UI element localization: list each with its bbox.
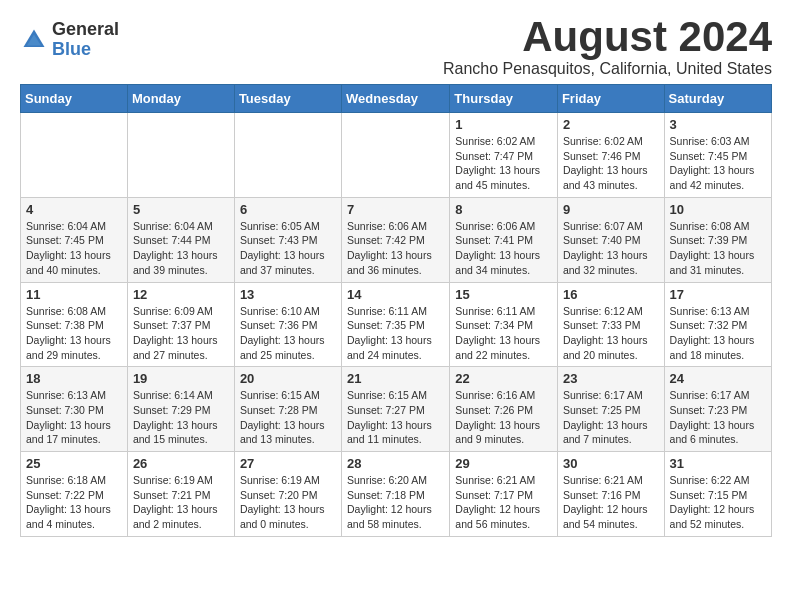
calendar-week-row: 25Sunrise: 6:18 AM Sunset: 7:22 PM Dayli…	[21, 452, 772, 537]
calendar-day-cell: 8Sunrise: 6:06 AM Sunset: 7:41 PM Daylig…	[450, 197, 558, 282]
day-info: Sunrise: 6:21 AM Sunset: 7:16 PM Dayligh…	[563, 473, 659, 532]
day-number: 30	[563, 456, 659, 471]
weekday-header-tuesday: Tuesday	[234, 85, 341, 113]
day-info: Sunrise: 6:13 AM Sunset: 7:30 PM Dayligh…	[26, 388, 122, 447]
calendar-day-cell: 12Sunrise: 6:09 AM Sunset: 7:37 PM Dayli…	[127, 282, 234, 367]
calendar-day-cell: 24Sunrise: 6:17 AM Sunset: 7:23 PM Dayli…	[664, 367, 771, 452]
day-number: 24	[670, 371, 766, 386]
day-number: 6	[240, 202, 336, 217]
calendar-week-row: 11Sunrise: 6:08 AM Sunset: 7:38 PM Dayli…	[21, 282, 772, 367]
calendar-day-cell: 28Sunrise: 6:20 AM Sunset: 7:18 PM Dayli…	[342, 452, 450, 537]
calendar-day-cell: 20Sunrise: 6:15 AM Sunset: 7:28 PM Dayli…	[234, 367, 341, 452]
day-number: 7	[347, 202, 444, 217]
calendar-day-cell: 19Sunrise: 6:14 AM Sunset: 7:29 PM Dayli…	[127, 367, 234, 452]
weekday-header-saturday: Saturday	[664, 85, 771, 113]
title-block: August 2024 Rancho Penasquitos, Californ…	[443, 16, 772, 78]
calendar-day-cell: 30Sunrise: 6:21 AM Sunset: 7:16 PM Dayli…	[557, 452, 664, 537]
calendar-day-cell	[234, 113, 341, 198]
day-info: Sunrise: 6:04 AM Sunset: 7:45 PM Dayligh…	[26, 219, 122, 278]
weekday-header-friday: Friday	[557, 85, 664, 113]
calendar-day-cell: 6Sunrise: 6:05 AM Sunset: 7:43 PM Daylig…	[234, 197, 341, 282]
day-number: 23	[563, 371, 659, 386]
calendar-day-cell: 7Sunrise: 6:06 AM Sunset: 7:42 PM Daylig…	[342, 197, 450, 282]
day-number: 14	[347, 287, 444, 302]
day-number: 22	[455, 371, 552, 386]
day-info: Sunrise: 6:09 AM Sunset: 7:37 PM Dayligh…	[133, 304, 229, 363]
weekday-header-monday: Monday	[127, 85, 234, 113]
day-info: Sunrise: 6:03 AM Sunset: 7:45 PM Dayligh…	[670, 134, 766, 193]
day-number: 27	[240, 456, 336, 471]
day-number: 11	[26, 287, 122, 302]
calendar-day-cell: 9Sunrise: 6:07 AM Sunset: 7:40 PM Daylig…	[557, 197, 664, 282]
day-number: 15	[455, 287, 552, 302]
calendar-day-cell: 14Sunrise: 6:11 AM Sunset: 7:35 PM Dayli…	[342, 282, 450, 367]
day-number: 21	[347, 371, 444, 386]
calendar-day-cell: 15Sunrise: 6:11 AM Sunset: 7:34 PM Dayli…	[450, 282, 558, 367]
day-info: Sunrise: 6:18 AM Sunset: 7:22 PM Dayligh…	[26, 473, 122, 532]
calendar-day-cell: 31Sunrise: 6:22 AM Sunset: 7:15 PM Dayli…	[664, 452, 771, 537]
calendar-day-cell: 18Sunrise: 6:13 AM Sunset: 7:30 PM Dayli…	[21, 367, 128, 452]
day-info: Sunrise: 6:02 AM Sunset: 7:47 PM Dayligh…	[455, 134, 552, 193]
day-info: Sunrise: 6:07 AM Sunset: 7:40 PM Dayligh…	[563, 219, 659, 278]
day-info: Sunrise: 6:08 AM Sunset: 7:39 PM Dayligh…	[670, 219, 766, 278]
day-number: 5	[133, 202, 229, 217]
day-info: Sunrise: 6:16 AM Sunset: 7:26 PM Dayligh…	[455, 388, 552, 447]
day-number: 25	[26, 456, 122, 471]
day-info: Sunrise: 6:10 AM Sunset: 7:36 PM Dayligh…	[240, 304, 336, 363]
logo-blue-text: Blue	[52, 40, 119, 60]
calendar-day-cell	[127, 113, 234, 198]
calendar-day-cell: 27Sunrise: 6:19 AM Sunset: 7:20 PM Dayli…	[234, 452, 341, 537]
day-number: 26	[133, 456, 229, 471]
day-info: Sunrise: 6:06 AM Sunset: 7:42 PM Dayligh…	[347, 219, 444, 278]
day-info: Sunrise: 6:05 AM Sunset: 7:43 PM Dayligh…	[240, 219, 336, 278]
day-number: 1	[455, 117, 552, 132]
day-number: 10	[670, 202, 766, 217]
day-info: Sunrise: 6:11 AM Sunset: 7:34 PM Dayligh…	[455, 304, 552, 363]
logo-general-text: General	[52, 20, 119, 40]
calendar-day-cell: 13Sunrise: 6:10 AM Sunset: 7:36 PM Dayli…	[234, 282, 341, 367]
calendar-week-row: 18Sunrise: 6:13 AM Sunset: 7:30 PM Dayli…	[21, 367, 772, 452]
day-info: Sunrise: 6:13 AM Sunset: 7:32 PM Dayligh…	[670, 304, 766, 363]
calendar-day-cell: 1Sunrise: 6:02 AM Sunset: 7:47 PM Daylig…	[450, 113, 558, 198]
weekday-header-row: SundayMondayTuesdayWednesdayThursdayFrid…	[21, 85, 772, 113]
day-info: Sunrise: 6:06 AM Sunset: 7:41 PM Dayligh…	[455, 219, 552, 278]
calendar-day-cell: 3Sunrise: 6:03 AM Sunset: 7:45 PM Daylig…	[664, 113, 771, 198]
day-number: 9	[563, 202, 659, 217]
day-info: Sunrise: 6:15 AM Sunset: 7:27 PM Dayligh…	[347, 388, 444, 447]
logo-icon	[20, 26, 48, 54]
day-number: 3	[670, 117, 766, 132]
weekday-header-sunday: Sunday	[21, 85, 128, 113]
day-info: Sunrise: 6:14 AM Sunset: 7:29 PM Dayligh…	[133, 388, 229, 447]
logo: General Blue	[20, 20, 119, 60]
calendar-day-cell: 29Sunrise: 6:21 AM Sunset: 7:17 PM Dayli…	[450, 452, 558, 537]
day-info: Sunrise: 6:19 AM Sunset: 7:21 PM Dayligh…	[133, 473, 229, 532]
day-number: 18	[26, 371, 122, 386]
weekday-header-wednesday: Wednesday	[342, 85, 450, 113]
day-number: 31	[670, 456, 766, 471]
day-info: Sunrise: 6:17 AM Sunset: 7:25 PM Dayligh…	[563, 388, 659, 447]
day-info: Sunrise: 6:08 AM Sunset: 7:38 PM Dayligh…	[26, 304, 122, 363]
day-info: Sunrise: 6:04 AM Sunset: 7:44 PM Dayligh…	[133, 219, 229, 278]
calendar-week-row: 4Sunrise: 6:04 AM Sunset: 7:45 PM Daylig…	[21, 197, 772, 282]
day-info: Sunrise: 6:12 AM Sunset: 7:33 PM Dayligh…	[563, 304, 659, 363]
calendar-day-cell: 23Sunrise: 6:17 AM Sunset: 7:25 PM Dayli…	[557, 367, 664, 452]
calendar-day-cell	[21, 113, 128, 198]
day-number: 16	[563, 287, 659, 302]
calendar-day-cell: 21Sunrise: 6:15 AM Sunset: 7:27 PM Dayli…	[342, 367, 450, 452]
day-info: Sunrise: 6:02 AM Sunset: 7:46 PM Dayligh…	[563, 134, 659, 193]
calendar-day-cell: 25Sunrise: 6:18 AM Sunset: 7:22 PM Dayli…	[21, 452, 128, 537]
day-number: 17	[670, 287, 766, 302]
calendar-day-cell: 22Sunrise: 6:16 AM Sunset: 7:26 PM Dayli…	[450, 367, 558, 452]
calendar-day-cell: 10Sunrise: 6:08 AM Sunset: 7:39 PM Dayli…	[664, 197, 771, 282]
day-info: Sunrise: 6:15 AM Sunset: 7:28 PM Dayligh…	[240, 388, 336, 447]
calendar-day-cell: 5Sunrise: 6:04 AM Sunset: 7:44 PM Daylig…	[127, 197, 234, 282]
calendar-day-cell	[342, 113, 450, 198]
day-number: 20	[240, 371, 336, 386]
day-info: Sunrise: 6:17 AM Sunset: 7:23 PM Dayligh…	[670, 388, 766, 447]
calendar-day-cell: 4Sunrise: 6:04 AM Sunset: 7:45 PM Daylig…	[21, 197, 128, 282]
day-number: 8	[455, 202, 552, 217]
day-number: 28	[347, 456, 444, 471]
calendar-day-cell: 26Sunrise: 6:19 AM Sunset: 7:21 PM Dayli…	[127, 452, 234, 537]
day-info: Sunrise: 6:19 AM Sunset: 7:20 PM Dayligh…	[240, 473, 336, 532]
day-number: 2	[563, 117, 659, 132]
